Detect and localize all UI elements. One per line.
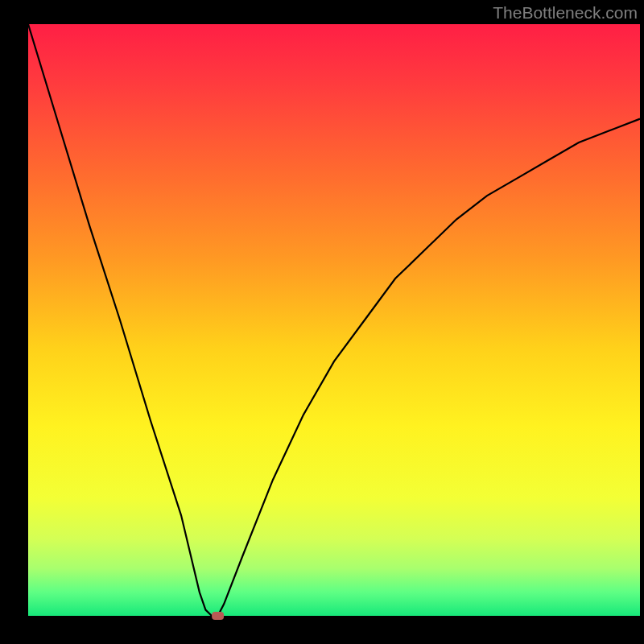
optimum-marker bbox=[212, 612, 224, 620]
watermark-text: TheBottleneck.com bbox=[493, 3, 638, 23]
chart-container: TheBottleneck.com bbox=[0, 0, 644, 644]
bottleneck-chart bbox=[0, 0, 644, 644]
